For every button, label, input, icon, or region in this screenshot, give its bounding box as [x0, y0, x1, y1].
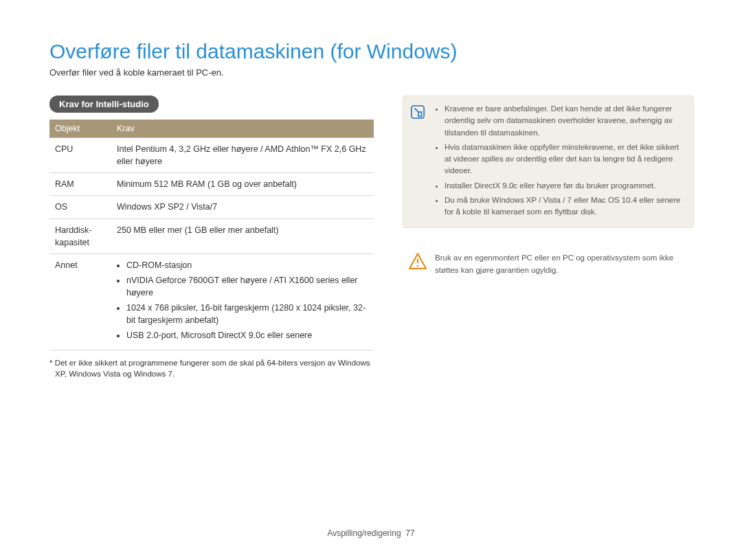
table-row: Harddisk-kapasitet 250 MB eller mer (1 G… [49, 219, 374, 254]
table-row: CPU Intel Pentium 4, 3,2 GHz eller høyer… [49, 138, 374, 173]
page-title: Overføre filer til datamaskinen (for Win… [49, 40, 694, 63]
svg-point-5 [417, 265, 419, 267]
warning-text: Bruk av en egenmontert PC eller en PC og… [435, 254, 673, 273]
row-value: Windows XP SP2 / Vista/7 [111, 196, 374, 219]
note-item: Du må bruke Windows XP / Vista / 7 eller… [445, 194, 684, 219]
row-value: 250 MB eller mer (1 GB eller mer anbefal… [111, 219, 374, 254]
footer-page: 77 [405, 528, 414, 538]
table-row: RAM Minimum 512 MB RAM (1 GB og over anb… [49, 173, 374, 196]
footnote: * Det er ikke sikkert at programmene fun… [49, 357, 374, 380]
section-pill: Krav for Intelli-studio [49, 96, 159, 113]
note-box: Kravene er bare anbefalinger. Det kan he… [403, 96, 694, 228]
table-row: OS Windows XP SP2 / Vista/7 [49, 196, 374, 219]
table-header-req: Krav [111, 120, 374, 138]
table-header-object: Objekt [49, 120, 111, 138]
page-footer: Avspilling/redigering 77 [0, 528, 742, 538]
page-subtitle: Overfør filer ved å koble kameraet til P… [49, 67, 694, 78]
other-item: CD-ROM-stasjon [126, 259, 368, 271]
row-label: RAM [49, 173, 111, 196]
row-value: CD-ROM-stasjon nVIDIA Geforce 7600GT ell… [111, 254, 374, 350]
note-icon [409, 103, 427, 121]
row-value: Intel Pentium 4, 3,2 GHz eller høyere / … [111, 138, 374, 173]
row-label: CPU [49, 138, 111, 173]
warning-icon [409, 252, 427, 270]
row-label: Harddisk-kapasitet [49, 219, 111, 254]
row-label: Annet [49, 254, 111, 350]
row-label: OS [49, 196, 111, 219]
note-item: Kravene er bare anbefalinger. Det kan he… [445, 103, 684, 139]
other-item: 1024 x 768 piksler, 16-bit fargeskjerm (… [126, 302, 368, 326]
other-item: nVIDIA Geforce 7600GT eller høyere / ATI… [126, 274, 368, 299]
note-item: Installer DirectX 9.0c eller høyere før … [445, 180, 684, 192]
warning-box: Bruk av en egenmontert PC eller en PC og… [403, 245, 694, 284]
other-item: USB 2.0-port, Microsoft DirectX 9.0c ell… [126, 329, 368, 341]
table-row: Annet CD-ROM-stasjon nVIDIA Geforce 7600… [49, 254, 374, 350]
requirements-table: Objekt Krav CPU Intel Pentium 4, 3,2 GHz… [49, 120, 374, 350]
footer-section: Avspilling/redigering [327, 528, 401, 538]
note-item: Hvis datamaskinen ikke oppfyller minstek… [445, 142, 684, 177]
row-value: Minimum 512 MB RAM (1 GB og over anbefal… [111, 173, 374, 196]
svg-rect-2 [418, 112, 422, 116]
